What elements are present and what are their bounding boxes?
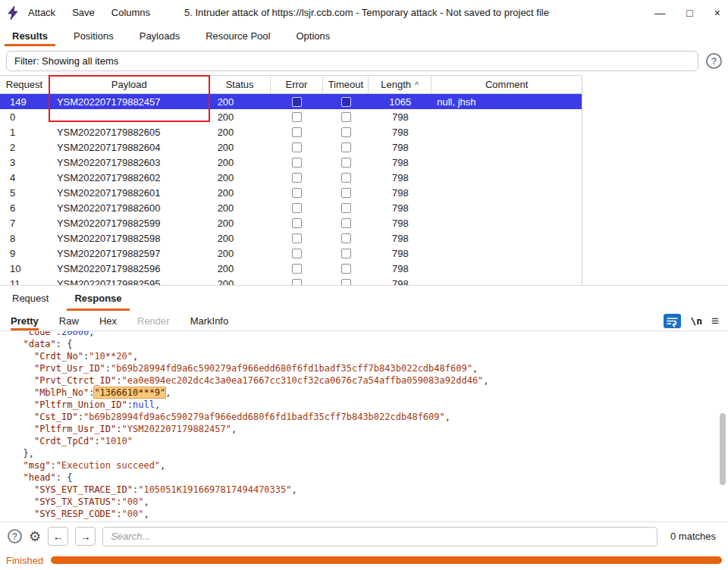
scrollbar[interactable] [720,331,726,521]
column-header-length[interactable]: Length^ [369,76,431,93]
minimize-button[interactable]: — [654,8,665,18]
checkbox-icon[interactable] [292,264,302,274]
search-input[interactable] [102,527,657,547]
checkbox-icon[interactable] [341,188,351,198]
menu-columns[interactable]: Columns [111,7,150,18]
checkbox-icon[interactable] [292,279,302,286]
cell: 200 [210,170,271,185]
table-row[interactable]: 10YSM202207179882596200798 [0,261,582,276]
code-line: "Crdt_No":"10**20", [12,350,728,362]
cell: 9 [0,246,49,261]
scrollbar-thumb[interactable] [720,413,726,485]
timeout-cell [323,246,369,261]
table-row[interactable]: 149YSM2022071798824572001065null, jhsh [0,94,582,109]
cell [431,170,582,185]
checkbox-icon[interactable] [292,173,302,183]
search-help-icon[interactable]: ? [8,529,22,543]
cell: 2 [0,139,49,155]
column-header-error[interactable]: Error [271,76,324,93]
table-row[interactable]: 0200798 [0,109,582,124]
checkbox-icon[interactable] [292,142,302,152]
table-row[interactable]: 1YSM202207179882605200798 [0,124,582,139]
column-header-status[interactable]: Status [210,76,271,93]
tab-payloads[interactable]: Payloads [138,25,181,46]
tab-positions[interactable]: Positions [72,25,115,46]
checkbox-icon[interactable] [341,233,351,243]
checkbox-icon[interactable] [292,112,302,122]
column-header-payload[interactable]: Payload [49,76,210,93]
tab-options[interactable]: Options [294,25,331,46]
subtab-pretty[interactable]: Pretty [11,311,39,330]
checkbox-icon[interactable] [292,127,302,137]
checkbox-icon[interactable] [341,249,351,258]
code-line: "Crdt_TpCd":"1010" [12,435,728,447]
gear-icon[interactable]: ⚙ [29,530,41,543]
tab-request[interactable]: Request [11,286,50,311]
intruder-lightning-icon [8,6,19,20]
checkbox-icon[interactable] [341,112,351,122]
column-header-request[interactable]: Request [0,76,49,93]
menu-save[interactable]: Save [72,7,95,18]
checkbox-icon[interactable] [292,233,302,243]
table-row[interactable]: 9YSM202207179882597200798 [0,246,582,261]
sort-indicator-icon: ^ [415,80,419,89]
checkbox-icon[interactable] [292,188,302,198]
checkbox-icon[interactable] [341,158,351,168]
cell: 8 [0,230,49,246]
cell: YSM202207179882599 [49,215,210,230]
timeout-cell [323,139,369,155]
column-header-timeout[interactable]: Timeout [323,76,369,93]
checkbox-icon[interactable] [341,173,351,183]
table-row[interactable]: 6YSM202207179882600200798 [0,200,582,215]
cell: YSM202207179882596 [49,261,210,276]
table-row[interactable]: 3YSM202207179882603200798 [0,155,582,170]
editor-toolbar: \n ≡ [664,311,728,330]
code-line: "msg":"Execution succeed", [12,459,728,471]
word-wrap-toggle-button[interactable] [664,314,681,328]
maximize-button[interactable]: □ [686,8,692,18]
subtab-raw[interactable]: Raw [59,311,79,330]
checkbox-icon[interactable] [341,127,351,137]
newline-toggle-button[interactable]: \n [690,315,702,327]
close-button[interactable]: × [714,8,720,18]
editor-menu-button[interactable]: ≡ [711,315,719,327]
cell: 798 [369,185,431,200]
subtab-markinfo[interactable]: MarkInfo [190,311,229,330]
table-row[interactable]: 7YSM202207179882599200798 [0,215,582,230]
next-match-button[interactable]: → [75,527,96,546]
checkbox-icon[interactable] [341,203,351,213]
cell: YSM202207179882598 [49,230,210,246]
tab-results[interactable]: Results [11,25,49,46]
table-row[interactable]: 8YSM202207179882598200798 [0,230,582,246]
column-header-comment[interactable]: Comment [431,76,582,93]
tab-resource-pool[interactable]: Resource Pool [204,25,271,46]
filter-bar[interactable]: Filter: Showing all items [6,51,698,71]
cell: YSM202207179882603 [49,155,210,170]
table-row[interactable]: 2YSM202207179882604200798 [0,139,582,155]
table-row[interactable]: 11YSM202207179882595200798 [0,276,582,285]
menu-attack[interactable]: Attack [28,7,55,18]
checkbox-icon[interactable] [292,97,302,107]
filter-row: Filter: Showing all items ? [0,46,728,75]
checkbox-icon[interactable] [341,279,351,286]
tab-response[interactable]: Response [73,286,123,311]
cell [431,109,582,124]
checkbox-icon[interactable] [292,249,302,258]
help-icon[interactable]: ? [706,53,722,69]
checkbox-icon[interactable] [341,97,351,107]
cell [431,276,582,285]
checkbox-icon[interactable] [292,158,302,168]
table-row[interactable]: 5YSM202207179882601200798 [0,185,582,200]
subtab-hex[interactable]: Hex [99,311,117,330]
table-row[interactable]: 4YSM202207179882602200798 [0,170,582,185]
checkbox-icon[interactable] [341,218,351,228]
checkbox-icon[interactable] [341,264,351,274]
prev-match-button[interactable]: ← [48,527,68,546]
checkbox-icon[interactable] [341,142,351,152]
timeout-cell [323,94,369,109]
cell: 5 [0,185,49,200]
code-line: }, [12,447,728,459]
checkbox-icon[interactable] [292,203,302,213]
checkbox-icon[interactable] [292,218,302,228]
cell: 200 [210,276,271,285]
